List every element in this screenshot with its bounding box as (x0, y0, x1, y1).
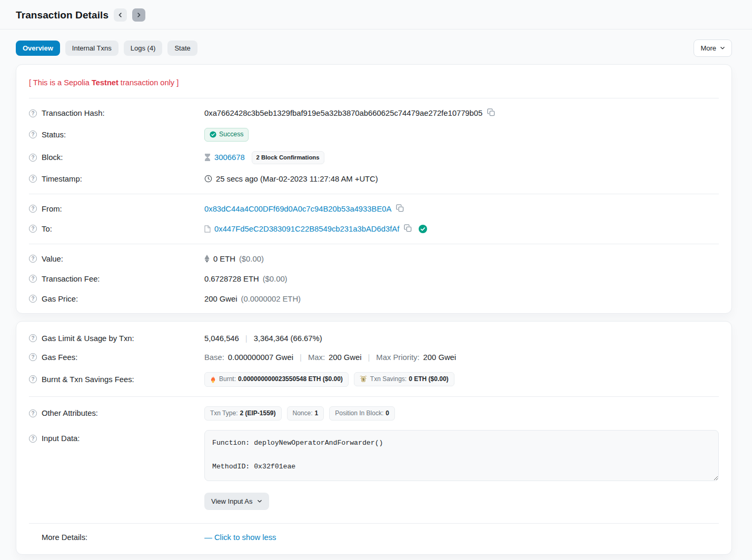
help-icon[interactable]: ? (29, 205, 37, 213)
row-label-text: Transaction Hash: (42, 109, 105, 117)
more-dropdown-button[interactable]: More (694, 39, 732, 57)
svg-text:$: $ (362, 377, 365, 382)
tabs-row: Overview Internal Txns Logs (4) State Mo… (16, 29, 732, 64)
pipe-separator: | (297, 353, 304, 362)
gas-usage-value: 3,364,364 (66.67%) (254, 334, 322, 343)
help-icon[interactable]: ? (29, 154, 37, 162)
help-icon[interactable]: ? (29, 275, 37, 283)
txn-type-badge: Txn Type: 2 (EIP-1559) (204, 406, 282, 421)
row-gas-limit: ? Gas Limit & Usage by Txn: 5,046,546 | … (29, 326, 719, 347)
txn-type-value: 2 (EIP-1559) (240, 410, 275, 417)
max-priority-fee-value: 200 Gwei (423, 353, 457, 362)
position-label: Position In Block: (335, 410, 383, 417)
row-gas-fees: ? Gas Fees: Base: 0.000000007 Gwei | Max… (29, 347, 719, 367)
divider (29, 523, 719, 524)
help-icon[interactable]: ? (29, 334, 37, 342)
value-amount: 0 ETH (213, 255, 235, 263)
help-icon[interactable]: ? (29, 409, 37, 417)
tab-overview[interactable]: Overview (16, 41, 60, 56)
row-more-details: More Details: — Click to show less (29, 528, 719, 550)
page-header: Transaction Details (16, 0, 732, 29)
help-icon[interactable]: ? (29, 435, 37, 443)
row-label-text: Input Data: (42, 434, 80, 443)
copy-to-address-button[interactable] (403, 224, 413, 234)
gas-price-amount: 200 Gwei (204, 295, 238, 303)
copy-icon (404, 224, 412, 234)
row-label-text: Gas Limit & Usage by Txn: (42, 334, 134, 343)
row-timestamp: ? Timestamp: 25 secs ago (Mar-02-2023 11… (29, 169, 719, 189)
to-address-link[interactable]: 0x447Fd5eC2D383091C22B8549cb231a3bAD6d3f… (214, 225, 399, 233)
row-label-text: To: (42, 225, 52, 233)
row-transaction-fee: ? Transaction Fee: 0.6728728 ETH ($0.00) (29, 269, 719, 289)
row-burnt-savings: ? Burnt & Txn Savings Fees: Burnt: 0.000… (29, 367, 719, 392)
tab-state[interactable]: State (167, 41, 197, 56)
verified-check-icon (419, 225, 427, 233)
row-label-text: From: (42, 205, 62, 213)
copy-icon (487, 108, 495, 118)
prev-transaction-button[interactable] (114, 8, 127, 22)
txn-fee-amount: 0.6728728 ETH (204, 275, 259, 283)
nonce-badge: Nonce: 1 (287, 406, 324, 421)
row-block: ? Block: 3006678 2 Block Confirmations (29, 146, 719, 169)
input-data-textarea[interactable]: Function: deployNewOperatorAndForwarder(… (204, 430, 719, 481)
row-label-text: Block: (42, 153, 63, 162)
from-address-link[interactable]: 0x83dC44a4C00DFf69d0A0c7c94B20b53a4933BE… (204, 205, 391, 213)
txn-savings-value: 0 ETH ($0.00) (409, 376, 448, 383)
tab-bar: Overview Internal Txns Logs (4) State (16, 41, 197, 56)
row-label-text: Value: (42, 255, 63, 263)
row-label-text: Transaction Fee: (42, 275, 100, 283)
gas-price-eth: (0.0000002 ETH) (241, 295, 301, 303)
txn-savings-label: Txn Savings: (370, 376, 407, 383)
burnt-label: Burnt: (219, 376, 236, 383)
divider (29, 396, 719, 397)
fire-icon (210, 376, 216, 383)
row-other-attributes: ? Other Attributes: Txn Type: 2 (EIP-155… (29, 402, 719, 426)
help-icon[interactable]: ? (29, 225, 37, 233)
view-input-as-button[interactable]: View Input As (204, 493, 269, 510)
base-fee-label: Base: (204, 353, 224, 362)
row-status: ? Status: Success (29, 123, 719, 146)
contract-file-icon (204, 225, 211, 233)
chevron-right-icon (136, 12, 142, 18)
hourglass-icon (204, 154, 211, 161)
toggle-details-link[interactable]: — Click to show less (204, 533, 276, 542)
row-label-text: Timestamp: (42, 175, 82, 183)
burnt-value: 0.000000000023550548 ETH ($0.00) (238, 376, 343, 383)
pipe-separator: | (243, 334, 250, 343)
eth-icon (204, 255, 210, 263)
txn-type-label: Txn Type: (210, 410, 238, 417)
block-confirmations-badge: 2 Block Confirmations (252, 151, 324, 164)
txn-fee-usd: ($0.00) (263, 275, 288, 283)
tab-internal-txns[interactable]: Internal Txns (65, 41, 118, 56)
help-icon[interactable]: ? (29, 175, 37, 183)
copy-from-address-button[interactable] (395, 204, 405, 214)
row-label-text: More Details: (42, 533, 87, 542)
copy-hash-button[interactable] (486, 108, 496, 118)
max-fee-label: Max: (308, 353, 325, 362)
page: Transaction Details (0, 0, 752, 29)
row-label-text: Burnt & Txn Savings Fees: (42, 375, 134, 384)
help-icon[interactable]: ? (29, 353, 37, 361)
help-icon[interactable]: ? (29, 131, 37, 138)
row-transaction-hash: ? Transaction Hash: 0xa7662428c3b5eb1329… (29, 103, 719, 123)
status-badge: Success (204, 128, 249, 142)
tab-logs[interactable]: Logs (4) (124, 41, 163, 56)
base-fee-value: 0.000000007 Gwei (228, 353, 293, 362)
help-icon[interactable]: ? (29, 375, 37, 383)
block-number-link[interactable]: 3006678 (214, 153, 245, 162)
row-label-text: Gas Fees: (42, 353, 77, 362)
help-icon[interactable]: ? (29, 109, 37, 117)
row-label-text: Status: (42, 131, 66, 139)
help-icon[interactable]: ? (29, 255, 37, 263)
row-from: ? From: 0x83dC44a4C00DFf69d0A0c7c94B20b5… (29, 199, 719, 219)
copy-icon (396, 204, 404, 214)
chevron-left-icon (117, 12, 123, 18)
help-icon[interactable]: ? (29, 295, 37, 303)
divider (29, 98, 719, 98)
money-wings-icon: $ (360, 376, 367, 382)
row-label-text: Other Attributes: (42, 409, 98, 417)
divider (29, 194, 719, 194)
row-value: ? Value: 0 ETH ($0.00) (29, 249, 719, 269)
chevron-down-icon (720, 44, 725, 52)
next-transaction-button[interactable] (132, 8, 145, 22)
